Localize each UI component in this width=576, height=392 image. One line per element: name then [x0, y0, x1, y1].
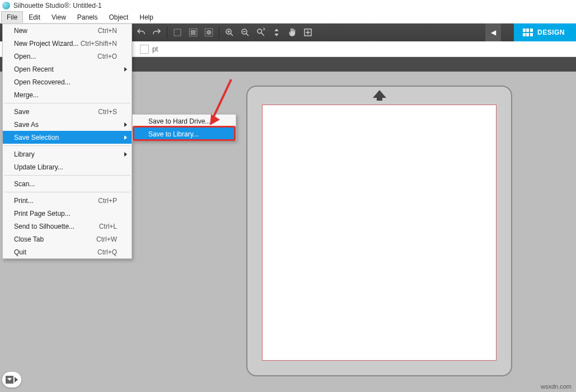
submenu-caret-icon: [124, 67, 127, 72]
separator: [167, 26, 167, 39]
menu-new[interactable]: NewCtrl+N: [3, 24, 132, 37]
undo-icon[interactable]: [133, 25, 149, 40]
expand-icon: [15, 377, 18, 382]
menu-help[interactable]: Help: [134, 11, 159, 23]
menu-library[interactable]: Library: [3, 148, 132, 160]
menu-print[interactable]: Print...Ctrl+P: [3, 194, 132, 207]
svg-point-12: [257, 29, 262, 34]
svg-line-6: [231, 34, 233, 36]
tab-prev-icon[interactable]: ◀: [485, 23, 501, 41]
svg-rect-0: [174, 29, 181, 36]
submenu-caret-icon: [124, 122, 127, 127]
zoom-fit-icon[interactable]: [269, 25, 284, 40]
pan-icon[interactable]: [284, 25, 300, 40]
feed-arrow-icon: [373, 90, 386, 98]
zoom-in-icon[interactable]: [222, 25, 237, 40]
redo-icon[interactable]: [149, 25, 165, 40]
app-icon: [2, 2, 10, 10]
menu-file[interactable]: File: [1, 11, 23, 23]
select-icon[interactable]: [170, 25, 185, 40]
design-page[interactable]: [262, 105, 497, 361]
menu-update-library[interactable]: Update Library...: [3, 160, 132, 173]
tab-design-label: DESIGN: [537, 29, 565, 36]
option-unit: pt: [152, 45, 158, 53]
window-title: Silhouette Studio®: Untitled-1: [13, 2, 102, 10]
menu-open-recent[interactable]: Open Recent: [3, 63, 132, 75]
menu-save-as[interactable]: Save As: [3, 118, 132, 131]
separator: [219, 26, 219, 39]
menu-object[interactable]: Object: [104, 11, 134, 23]
svg-line-10: [246, 34, 249, 36]
option-swatch[interactable]: [140, 45, 149, 54]
page-thumb-icon: [6, 376, 13, 384]
ellipse-select-icon[interactable]: [201, 25, 217, 40]
svg-line-13: [261, 33, 264, 36]
menu-scan[interactable]: Scan...: [3, 177, 132, 190]
file-dropdown: NewCtrl+N New Project Wizard...Ctrl+Shif…: [2, 23, 132, 259]
cutting-mat: [246, 86, 512, 376]
menu-send-to-silhouette[interactable]: Send to Silhouette...Ctrl+L: [3, 220, 132, 233]
menu-divider: [4, 145, 130, 146]
marquee-icon[interactable]: [185, 25, 201, 40]
submenu-save-library[interactable]: Save to Library...: [133, 127, 236, 140]
save-selection-submenu: Save to Hard Drive... Save to Library...: [132, 114, 236, 141]
menu-page-setup[interactable]: Print Page Setup...: [3, 207, 132, 220]
watermark: wsxdn.com: [541, 383, 572, 390]
titlebar: Silhouette Studio®: Untitled-1: [0, 0, 576, 11]
menu-open-recovered[interactable]: Open Recovered...: [3, 75, 132, 88]
menu-save-selection[interactable]: Save Selection: [3, 131, 132, 144]
menu-close-tab[interactable]: Close TabCtrl+W: [3, 233, 132, 245]
tab-design[interactable]: DESIGN: [514, 23, 576, 41]
submenu-caret-icon: [124, 135, 127, 140]
menu-new-project-wizard[interactable]: New Project Wizard...Ctrl+Shift+N: [3, 37, 132, 50]
menu-divider: [4, 192, 130, 192]
menu-divider: [4, 103, 130, 103]
svg-rect-2: [191, 30, 195, 35]
menu-open[interactable]: Open...Ctrl+O: [3, 50, 132, 63]
zoom-out-icon[interactable]: [237, 25, 253, 40]
menu-panels[interactable]: Panels: [72, 11, 104, 23]
submenu-save-hard-drive[interactable]: Save to Hard Drive...: [133, 115, 236, 127]
page-tabs-button[interactable]: [2, 372, 21, 388]
menubar: File Edit View Panels Object Help: [0, 11, 576, 23]
submenu-caret-icon: [124, 152, 127, 157]
menu-quit[interactable]: QuitCtrl+Q: [3, 245, 132, 258]
menu-save[interactable]: SaveCtrl+S: [3, 105, 132, 118]
menu-edit[interactable]: Edit: [23, 11, 46, 23]
menu-view[interactable]: View: [46, 11, 72, 23]
fit-page-icon[interactable]: [300, 25, 316, 40]
menu-merge[interactable]: Merge...: [3, 88, 132, 101]
grid-icon: [523, 29, 533, 36]
svg-point-4: [207, 30, 211, 35]
zoom-slider-icon[interactable]: [253, 25, 269, 40]
menu-divider: [4, 175, 130, 176]
